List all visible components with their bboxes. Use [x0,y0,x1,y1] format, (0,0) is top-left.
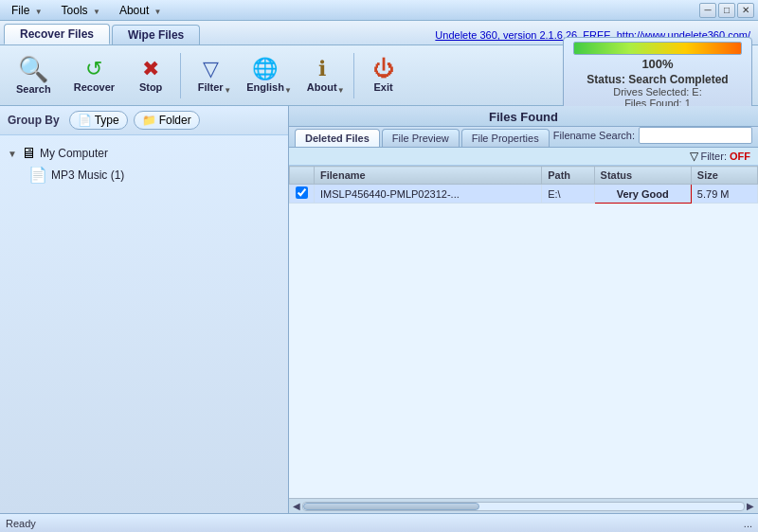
about-label: About [307,81,337,93]
status-bar: Ready ... [0,513,758,532]
filename-search-area: Filename Search: [553,127,752,147]
status-panel: 100% Status: Search Completed Drives Sel… [563,37,752,114]
table-header-row: Filename Path Status Size [290,167,758,185]
search-icon: 🔍 [18,57,48,81]
progress-bar-container [573,42,742,55]
computer-icon: 🖥 [21,145,36,162]
about-dropdown-arrow: ▼ [337,86,345,95]
row-checkbox[interactable] [296,186,308,199]
table-row[interactable]: IMSLP456440-PMLP02312-...E:\Very Good5.7… [290,185,758,204]
menu-file[interactable]: File ▼ [4,2,50,19]
group-by-type-button[interactable]: 📄 Type [69,111,128,130]
row-filename: IMSLP456440-PMLP02312-... [315,185,542,204]
filter-bar: ▽ Filter: OFF [289,148,758,166]
exit-label: Exit [374,81,393,93]
filter-status: OFF [730,151,750,162]
progress-bar-fill [574,43,741,54]
progress-label: 100% [573,57,742,71]
tree-child-label: MP3 Music (1) [51,168,124,182]
language-dropdown-arrow: ▼ [284,86,292,95]
col-check [290,167,315,185]
tools-menu-arrow: ▼ [93,8,100,16]
filename-search-label: Filename Search: [553,130,635,141]
stop-label: Stop [139,81,162,93]
about-button[interactable]: ℹ About ▼ [297,50,348,101]
tab-file-properties[interactable]: File Properties [461,129,550,147]
drives-selected-text: Drives Selected: E: [573,86,742,98]
tab-recover-files[interactable]: Recover Files [4,24,110,44]
filter-dropdown-arrow: ▼ [224,86,231,95]
menu-bar: File ▼ Tools ▼ About ▼ [4,2,170,19]
tree-expand-icon[interactable]: ▼ [8,149,17,159]
folder-label: Folder [159,114,191,127]
tree-root-label: My Computer [40,147,108,160]
stop-button[interactable]: ✖ Stop [127,50,174,101]
file-tree: ▼ 🖥 My Computer 📄 MP3 Music (1) [0,135,288,513]
status-bar-text: Ready [6,518,36,529]
file-menu-arrow: ▼ [35,8,43,16]
row-checkbox-cell [290,185,315,204]
filter-icon: ▽ [203,59,219,80]
filename-search-input[interactable] [639,127,752,144]
right-panel: Files Found Deleted Files File Preview F… [289,106,758,513]
scroll-thumb[interactable] [303,503,479,510]
col-filename: Filename [315,167,542,185]
row-path: E:\ [542,185,594,204]
menu-about[interactable]: About ▼ [112,2,170,19]
recover-button[interactable]: ↺ Recover [63,50,125,101]
filter-text: Filter: [700,151,730,162]
type-icon: 📄 [78,114,92,127]
col-path: Path [542,167,594,185]
filter-label: Filter [198,81,224,93]
files-found-header: Files Found [289,106,758,127]
group-by-folder-button[interactable]: 📁 Folder [134,111,200,130]
row-status: Very Good [594,185,691,204]
type-label: Type [95,114,119,127]
scroll-left-arrow[interactable]: ◀ [291,501,302,511]
tab-file-preview[interactable]: File Preview [382,129,460,147]
toolbar: 🔍 Search ↺ Recover ✖ Stop ▽ Filter ▼ 🌐 E… [0,45,758,106]
maximize-button[interactable]: □ [718,3,735,18]
group-by-bar: Group By 📄 Type 📁 Folder [0,106,288,135]
minimize-button[interactable]: ─ [699,3,716,18]
language-icon: 🌐 [252,59,278,80]
title-bar-left: File ▼ Tools ▼ About ▼ [4,2,170,19]
col-status: Status [594,167,691,185]
scroll-right-arrow[interactable]: ▶ [745,501,756,511]
tree-root-item[interactable]: ▼ 🖥 My Computer [8,143,280,164]
left-panel: Group By 📄 Type 📁 Folder ▼ 🖥 My Computer… [0,106,289,513]
about-icon: ℹ [318,59,326,80]
status-bar-dots: ... [744,518,752,529]
group-by-label: Group By [8,114,60,127]
horizontal-scrollbar[interactable]: ◀ ▶ [289,498,758,513]
close-button[interactable]: ✕ [737,3,754,18]
language-button[interactable]: 🌐 English ▼ [236,50,295,101]
tab-deleted-files[interactable]: Deleted Files [295,129,380,147]
row-size: 5.79 M [691,185,757,204]
recover-icon: ↺ [85,59,102,80]
mp3-icon: 📄 [28,166,47,184]
title-bar: File ▼ Tools ▼ About ▼ ─ □ ✕ [0,0,758,21]
col-size: Size [691,167,757,185]
toolbar-separator-2 [353,53,354,98]
language-label: English [246,81,284,93]
menu-tools[interactable]: Tools ▼ [54,2,108,19]
tree-child-mp3[interactable]: 📄 MP3 Music (1) [28,164,280,186]
toolbar-separator-1 [180,53,181,98]
exit-button[interactable]: ⏻ Exit [360,50,407,101]
scroll-track[interactable] [302,502,745,511]
main-area: Group By 📄 Type 📁 Folder ▼ 🖥 My Computer… [0,106,758,513]
tab-wipe-files[interactable]: Wipe Files [112,25,200,44]
about-menu-arrow: ▼ [154,8,162,16]
file-table-container: Filename Path Status Size IMSLP456440-PM… [289,166,758,498]
file-table: Filename Path Status Size IMSLP456440-PM… [289,166,758,204]
window-controls: ─ □ ✕ [699,3,754,18]
filter-button[interactable]: ▽ Filter ▼ [187,50,234,101]
folder-icon: 📁 [142,114,156,127]
search-label: Search [16,83,51,95]
search-button[interactable]: 🔍 Search [6,50,62,101]
recover-label: Recover [74,81,115,93]
right-tabs: Deleted Files File Preview File Properti… [289,127,758,148]
filter-funnel-icon: ▽ [690,150,698,163]
exit-icon: ⏻ [373,59,394,80]
